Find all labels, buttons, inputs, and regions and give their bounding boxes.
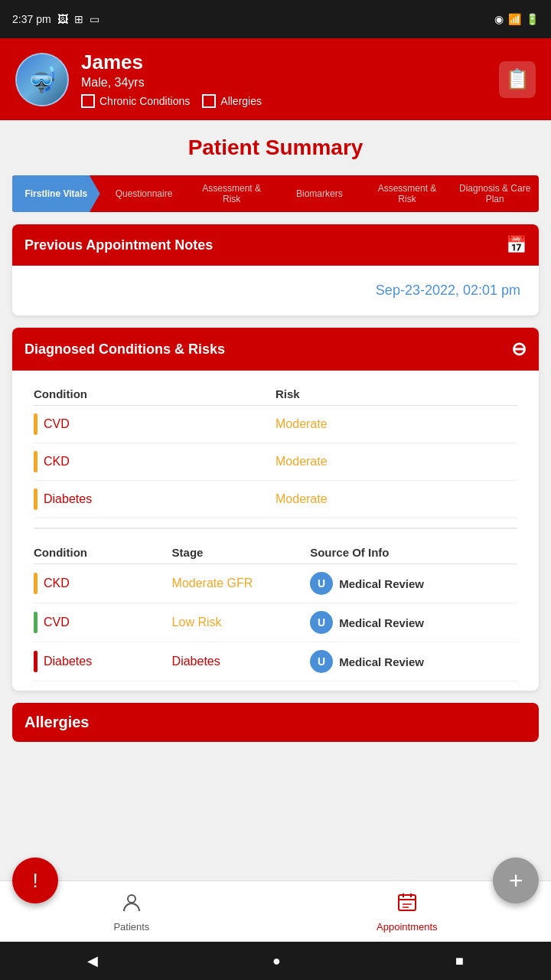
allergies-card: Allergies <box>12 703 539 742</box>
nav-patients[interactable]: Patients <box>113 891 149 933</box>
allergies-title: Allergies <box>24 714 89 730</box>
cvd2-bar <box>34 612 37 633</box>
page-title: Patient Summary <box>0 120 551 175</box>
appointments-nav-label: Appointments <box>377 921 438 933</box>
col-header-risk: Risk <box>276 387 517 400</box>
appointment-card-title: Previous Appointment Notes <box>24 237 213 253</box>
col2-header-stage: Stage <box>172 546 311 559</box>
calendar-icon: 📋 <box>505 67 530 91</box>
chronic-conditions-label: Chronic Conditions <box>99 95 190 107</box>
cvd-source-text: Medical Review <box>339 616 424 629</box>
status-bar: 2:37 pm 🖼 ⊞ ▭ ◉ 📶 🔋 <box>0 0 551 38</box>
back-button[interactable]: ◀ <box>87 952 98 969</box>
appointments-nav-icon <box>396 891 418 918</box>
table-row: Diabetes Moderate <box>34 481 517 518</box>
appointment-card: Previous Appointment Notes 📅 Sep-23-2022… <box>12 224 539 315</box>
android-nav-bar: ◀ ● ■ <box>0 942 551 980</box>
diabetes2-name: Diabetes <box>44 655 92 668</box>
col2-header-source: Source Of Info <box>310 546 517 559</box>
main-content: Patient Summary Firstline Vitals Questio… <box>0 120 551 980</box>
conditions-stage-table: Condition Stage Source Of Info CKD Moder… <box>24 535 527 684</box>
diagnosed-card-body: Condition Risk CVD Moderate CKD <box>12 371 539 691</box>
diagnosed-card-header: Diagnosed Conditions & Risks ⊖ <box>12 328 539 371</box>
table-row: CKD Moderate <box>34 443 517 481</box>
allergies-tag[interactable]: Allergies <box>202 94 262 108</box>
appointment-calendar-icon[interactable]: 📅 <box>506 235 527 255</box>
home-button[interactable]: ● <box>272 953 281 969</box>
diabetes2-bar <box>34 651 37 672</box>
diabetes-stage: Diabetes <box>172 655 220 668</box>
source-icon-label: U <box>318 616 325 629</box>
table-row: CKD Moderate GFR U Medical Review <box>34 564 517 603</box>
ckd-source-text: Medical Review <box>339 577 424 590</box>
tab-biomarkers[interactable]: Biomarkers <box>276 175 364 212</box>
patient-details: Male, 34yrs <box>81 76 262 90</box>
patient-name: James <box>81 51 262 74</box>
tab-firstline-vitals[interactable]: Firstline Vitals <box>12 175 100 212</box>
table-row: CVD Low Risk U Medical Review <box>34 603 517 642</box>
cvd-bar <box>34 413 37 435</box>
recents-button[interactable]: ■ <box>455 953 464 969</box>
chronic-conditions-tag[interactable]: Chronic Conditions <box>81 94 190 108</box>
table-row: CVD Moderate <box>34 406 517 443</box>
tab-assessment-risk-2[interactable]: Assessment & Risk <box>364 175 452 212</box>
cvd-name: CVD <box>44 417 70 431</box>
notification-icon: 🖼 <box>57 13 68 25</box>
table-divider <box>34 528 517 529</box>
time-display: 2:37 pm <box>12 13 51 25</box>
app-header: 🤿 James Male, 34yrs Chronic Conditions A… <box>0 38 551 120</box>
appointment-date: Sep-23-2022, 02:01 pm <box>24 272 527 309</box>
sim-icon: ⊞ <box>74 13 83 25</box>
diabetes-name: Diabetes <box>44 492 92 506</box>
alert-icon: ! <box>32 869 37 893</box>
tab-diagnosis-care[interactable]: Diagnosis & Care Plan <box>451 175 539 212</box>
privacy-icon: ◉ <box>494 13 504 25</box>
col-header-condition: Condition <box>34 387 276 400</box>
cvd-risk: Moderate <box>276 417 328 430</box>
chronic-conditions-checkbox[interactable] <box>81 94 95 108</box>
patient-tags: Chronic Conditions Allergies <box>81 94 262 108</box>
diagnosed-conditions-card: Diagnosed Conditions & Risks ⊖ Condition… <box>12 328 539 691</box>
ckd-risk: Moderate <box>276 455 328 468</box>
patients-nav-label: Patients <box>113 921 149 933</box>
table-row: Diabetes Diabetes U Medical Review <box>34 642 517 681</box>
cvd-stage: Low Risk <box>172 616 222 629</box>
calendar-header-button[interactable]: 📋 <box>499 61 536 98</box>
conditions-risk-table: Condition Risk CVD Moderate CKD <box>24 377 527 521</box>
appointment-card-header: Previous Appointment Notes 📅 <box>12 224 539 266</box>
patient-info: James Male, 34yrs Chronic Conditions All… <box>81 51 262 108</box>
collapse-icon[interactable]: ⊖ <box>511 338 527 360</box>
svg-point-0 <box>128 895 135 903</box>
diabetes-bar <box>34 488 37 510</box>
allergies-label: Allergies <box>220 95 262 107</box>
ckd2-name: CKD <box>44 577 70 590</box>
col2-header-condition: Condition <box>34 546 172 559</box>
allergies-checkbox[interactable] <box>202 94 216 108</box>
ckd-name: CKD <box>44 455 70 469</box>
add-icon: + <box>509 867 523 895</box>
diagnosed-card-title: Diagnosed Conditions & Risks <box>24 341 225 358</box>
alert-fab-button[interactable]: ! <box>12 858 58 903</box>
table2-header: Condition Stage Source Of Info <box>34 541 517 564</box>
ckd-stage: Moderate GFR <box>172 577 253 590</box>
tab-questionnaire[interactable]: Questionnaire <box>100 175 188 212</box>
diabetes-source-icon: U <box>310 650 333 673</box>
tab-strip: Firstline Vitals Questionnaire Assessmen… <box>12 175 539 212</box>
diabetes-source-text: Medical Review <box>339 655 424 668</box>
battery-icon: 🔋 <box>526 13 539 25</box>
nav-appointments[interactable]: Appointments <box>377 891 438 933</box>
cvd2-name: CVD <box>44 616 70 629</box>
svg-rect-1 <box>399 895 416 910</box>
appointment-card-body: Sep-23-2022, 02:01 pm <box>12 266 539 315</box>
source-icon-label: U <box>318 577 325 590</box>
ckd-source-icon: U <box>310 572 333 595</box>
wifi-icon: 📶 <box>508 13 521 25</box>
bottom-navigation: Patients Appointments <box>0 880 551 942</box>
source-icon-label: U <box>318 655 325 668</box>
ckd-bar <box>34 451 37 472</box>
screen-icon: ▭ <box>90 13 99 25</box>
patient-avatar: 🤿 <box>15 53 69 106</box>
add-fab-button[interactable]: + <box>493 858 539 903</box>
patients-nav-icon <box>121 891 142 918</box>
tab-assessment-risk-1[interactable]: Assessment & Risk <box>187 175 276 212</box>
